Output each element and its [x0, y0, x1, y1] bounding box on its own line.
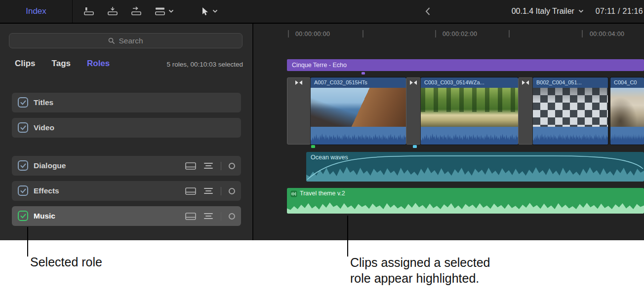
search-placeholder: Search [119, 37, 143, 45]
role-row-titles[interactable]: Titles [12, 93, 241, 112]
role-row-controls [185, 181, 235, 201]
callout-line-2: role appear highlighted. [350, 271, 490, 287]
callout-line-1: Clips assigned a selected [350, 255, 490, 271]
clip-name: C003_C003_0514WZa... [421, 77, 518, 88]
role-row-video[interactable]: Video [12, 118, 241, 138]
toolbar: Index [0, 0, 644, 24]
audio-lanes-icon[interactable] [185, 213, 196, 220]
video-clip-1[interactable]: A007_C032_0515HTs [311, 77, 406, 145]
callout-text-highlighted-clips: Clips assigned a selected role appear hi… [350, 255, 490, 286]
divider [221, 212, 221, 220]
edit-buttons-group [83, 0, 174, 23]
audio-clip-travel-theme[interactable]: Travel theme v.2 [287, 188, 644, 214]
callout-line-left [27, 227, 28, 257]
role-label: Music [34, 206, 55, 226]
clip-audio-waveform [533, 127, 608, 145]
insert-edit-icon[interactable] [107, 6, 119, 16]
role-label: Titles [34, 93, 53, 112]
video-clip-4[interactable]: C004_C0 [610, 77, 644, 145]
tab-roles[interactable]: Roles [87, 59, 110, 69]
focus-lines-icon[interactable] [203, 187, 213, 194]
timeline-area[interactable]: 00:00:00:00 00:00:02:00 00:00:04:00 Cinq… [253, 24, 644, 240]
overwrite-edit-icon[interactable] [154, 6, 166, 16]
clip-name: B002_C004_051... [533, 77, 608, 88]
project-title[interactable]: 00.1.4 Italy Trailer [512, 7, 574, 16]
divider [221, 187, 221, 195]
clip-name: A007_C032_0515HTs [311, 77, 406, 88]
video-clip-3[interactable]: B002_C004_051... [533, 77, 608, 145]
role-label: Dialogue [34, 156, 66, 176]
role-row-controls [185, 206, 235, 226]
divider [221, 162, 221, 170]
tool-chevron-icon [212, 9, 218, 13]
toolbar-right: 00.1.4 Italy Trailer 07:11 / 21:16 [512, 0, 643, 23]
timecode-display: 07:11 / 21:16 [596, 7, 643, 16]
clip-thumbnail [533, 88, 608, 127]
edit-options-chevron-icon[interactable] [168, 9, 174, 13]
pointer-tool-icon [201, 7, 208, 16]
roles-summary: 5 roles, 00:10:03 selected [166, 61, 243, 68]
index-button[interactable]: Index [0, 0, 73, 23]
circle-indicator-icon[interactable] [229, 188, 235, 194]
transition-icon [522, 80, 529, 85]
role-label: Video [34, 118, 54, 138]
clip-name: Travel theme v.2 [300, 190, 345, 197]
ruler-tick [509, 30, 510, 37]
role-checkbox[interactable] [18, 185, 28, 196]
clip-marker-purple [362, 72, 365, 74]
ruler-label: 00:00:02:00 [443, 31, 477, 37]
audio-lanes-icon[interactable] [185, 187, 196, 195]
role-label: Effects [34, 181, 59, 201]
clip-audio-waveform [421, 127, 518, 145]
circle-indicator-icon[interactable] [229, 213, 235, 220]
transition-icon [295, 80, 303, 85]
ruler-tick [362, 30, 363, 37]
clip-marker-cyan [413, 145, 417, 148]
role-checkbox-selected[interactable] [18, 211, 28, 221]
timeline-index-panel: Search Clips Tags Roles 5 roles, 00:10:0… [0, 24, 253, 240]
transition-clip[interactable] [287, 77, 311, 145]
callout-text-selected-role: Selected role [30, 255, 102, 269]
ruler-label: 00:00:00:00 [295, 31, 330, 37]
project-chevron-icon[interactable] [578, 9, 584, 13]
volume-envelope [306, 152, 644, 182]
index-tabs: Clips Tags Roles [15, 59, 110, 69]
transition-clip[interactable] [518, 77, 533, 145]
video-clip-2[interactable]: C003_C003_0514WZa... [421, 77, 518, 145]
music-clip-badge-icon [290, 190, 297, 197]
search-icon [108, 37, 115, 44]
clip-thumbnail [421, 88, 518, 127]
clip-audio-waveform [311, 127, 406, 145]
tool-selector[interactable] [201, 0, 218, 23]
fcp-window: Index [0, 0, 644, 294]
focus-lines-icon[interactable] [203, 162, 213, 169]
focus-lines-icon[interactable] [203, 213, 213, 220]
ruler-label: 00:00:04:00 [590, 31, 624, 37]
audio-lanes-icon[interactable] [185, 162, 196, 170]
role-row-effects[interactable]: Effects [12, 181, 241, 201]
tab-tags[interactable]: Tags [52, 59, 71, 69]
audio-clip-ocean-waves[interactable]: Ocean waves [306, 152, 644, 182]
ruler-tick [582, 30, 583, 37]
waveform [287, 199, 644, 214]
append-edit-icon[interactable] [130, 6, 142, 16]
role-row-dialogue[interactable]: Dialogue [12, 156, 241, 176]
connect-edit-icon[interactable] [83, 6, 95, 16]
transition-icon [409, 80, 417, 85]
role-checkbox[interactable] [18, 122, 28, 133]
transition-clip[interactable] [406, 77, 421, 145]
clip-name: Ocean waves [311, 154, 348, 161]
ruler-tick [288, 30, 289, 37]
tab-clips[interactable]: Clips [15, 59, 36, 69]
circle-indicator-icon[interactable] [229, 163, 235, 169]
clip-marker-green [311, 145, 315, 148]
title-clip[interactable]: Cinque Terre - Echo [287, 59, 644, 71]
role-row-controls [185, 156, 235, 176]
ruler-tick [435, 30, 436, 37]
search-input[interactable]: Search [9, 33, 242, 48]
role-checkbox[interactable] [18, 160, 28, 171]
back-chevron-icon[interactable] [425, 0, 431, 23]
role-row-music[interactable]: Music [12, 206, 241, 226]
role-checkbox[interactable] [18, 97, 28, 108]
clip-thumbnail [610, 88, 644, 127]
